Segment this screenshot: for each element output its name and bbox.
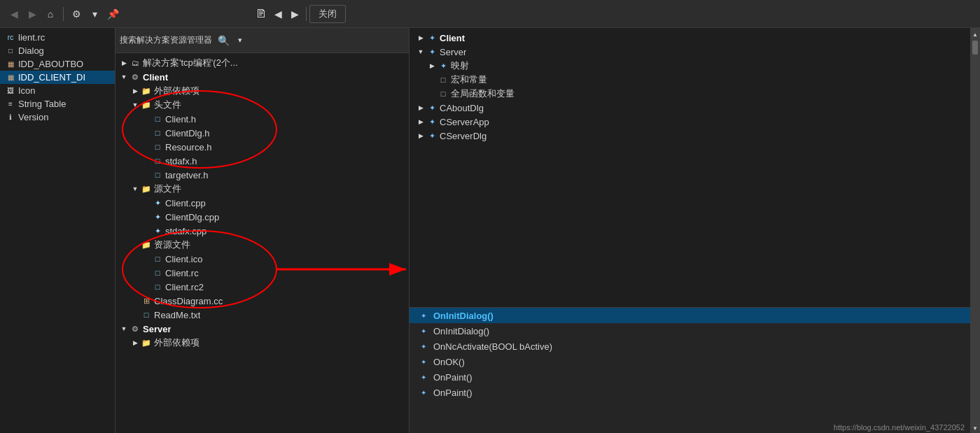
sidebar-item-idd-client[interactable]: ▦ IDD_CLIENT_DI <box>0 71 115 84</box>
tree-server-ext-deps[interactable]: ▶ 📁 外部依赖项 <box>115 336 409 350</box>
res-icon1: ▦ <box>6 59 15 69</box>
cv-mapping[interactable]: ▶ ✦ 映射 <box>410 59 970 73</box>
expand-headers[interactable]: ▼ <box>130 99 141 111</box>
tree-stdafx-h[interactable]: ▶ □ stdafx.h <box>115 154 409 168</box>
expand-server[interactable]: ▼ <box>118 323 130 334</box>
ac-icon-1: ✦ <box>418 325 429 336</box>
autocomplete-item-5[interactable]: ✦ OnPaint() <box>410 385 970 400</box>
sidebar-item-dialog[interactable]: □ Dialog <box>0 44 115 57</box>
close-button[interactable]: 关闭 <box>309 5 346 23</box>
tree-server-project[interactable]: ▼ ⚙ Server <box>115 322 409 336</box>
expand-res[interactable] <box>130 239 141 250</box>
settings2-btn[interactable]: ▾ <box>86 6 103 22</box>
tree-readme[interactable]: ▶ □ ReadMe.txt <box>115 308 409 322</box>
solution-icon: 🗂 <box>130 57 141 69</box>
cv-client[interactable]: ▶ ✦ Client <box>410 31 970 45</box>
server-ext-label: 外部依赖项 <box>154 336 200 349</box>
search-bar-label: 搜索解决方案资源管理器 <box>120 34 212 46</box>
url-label: https://blog.csdn.net/weixin_43722052 <box>834 423 965 432</box>
back-btn[interactable]: ◀ <box>6 6 22 22</box>
autocomplete-item-0[interactable]: ✦ OnInitDialog() <box>410 308 970 323</box>
rc-icon: rc <box>6 33 15 43</box>
nav-icon-file[interactable]: 🖹 <box>253 6 270 22</box>
sidebar-item-rc[interactable]: rc lient.rc <box>0 31 115 44</box>
cv-cserverdlg-icon: ✦ <box>426 130 438 141</box>
sidebar-item-icon[interactable]: 🖼 Icon <box>0 84 115 97</box>
ac-text-2: OnNcActivate(BOOL bActive) <box>433 341 552 352</box>
autocomplete-item-3[interactable]: ✦ OnOK() <box>410 354 970 369</box>
sidebar-item-version[interactable]: ℹ Version <box>0 111 115 124</box>
tree-targetver-h[interactable]: ▶ □ targetver.h <box>115 168 409 182</box>
cv-client-label: Client <box>440 33 465 43</box>
expand-ext-deps[interactable]: ▶ <box>130 85 141 97</box>
server-ext-icon: 📁 <box>141 337 152 348</box>
autocomplete-item-1[interactable]: ✦ OnInitDialog() <box>410 323 970 339</box>
tree-client-h[interactable]: ▶ □ Client.h <box>115 112 409 126</box>
tree-client-rc[interactable]: ▶ □ Client.rc <box>115 266 409 280</box>
nav-icon-fwd2[interactable]: ▶ <box>286 6 303 22</box>
tree-clientdlg-h[interactable]: ▶ □ ClientDlg.h <box>115 126 409 140</box>
scroll-thumb[interactable] <box>972 41 978 55</box>
sidebar-item-idd-about[interactable]: ▦ IDD_ABOUTBO <box>0 57 115 71</box>
icon-icon: 🖼 <box>6 86 15 96</box>
cv-cserverdlg[interactable]: ▶ ✦ CServerDlg <box>410 129 970 143</box>
tree-stdafx-cpp[interactable]: ▶ ✦ stdafx.cpp <box>115 224 409 238</box>
tree-classdiagram[interactable]: ▶ ⊞ ClassDiagram.cc <box>115 294 409 308</box>
cv-server[interactable]: ▼ ✦ Server <box>410 45 970 59</box>
tree-resource-h[interactable]: ▶ □ Resource.h <box>115 140 409 154</box>
ac-icon-3: ✦ <box>418 356 429 367</box>
search-options-btn[interactable]: ▾ <box>235 34 245 46</box>
header-folder-label: 头文件 <box>154 99 181 111</box>
forward-btn[interactable]: ▶ <box>24 6 41 22</box>
tree-header-folder[interactable]: ▼ 📁 头文件 <box>115 98 409 112</box>
clientdlg-h-label: ClientDlg.h <box>165 128 210 139</box>
header-folder-icon: 📁 <box>141 99 152 111</box>
expand-solution[interactable]: ▶ <box>118 57 130 69</box>
tree-client-ico[interactable]: ▶ □ Client.ico <box>115 252 409 266</box>
cv-globals-label: 全局函数和变量 <box>451 87 514 100</box>
cv-globals-icon: □ <box>438 88 449 99</box>
autocomplete-panel: ✦ OnInitDialog() ✦ OnInitDialog() ✦ OnNc… <box>410 307 970 433</box>
autocomplete-item-2[interactable]: ✦ OnNcActivate(BOOL bActive) <box>410 339 970 354</box>
cv-caboutdlg[interactable]: ▶ ✦ CAboutDlg <box>410 101 970 115</box>
tree-solution-root[interactable]: ▶ 🗂 解决方案'tcp编程'(2个... <box>115 56 409 70</box>
cv-cserverapp[interactable]: ▶ ✦ CServerApp <box>410 115 970 129</box>
tree-client-cpp[interactable]: ▶ ✦ Client.cpp <box>115 196 409 210</box>
cv-macros[interactable]: □ 宏和常量 <box>410 73 970 87</box>
tree-res-folder[interactable]: 📁 资源文件 <box>115 238 409 252</box>
stdafx-cpp-icon: ✦ <box>152 225 163 236</box>
scroll-down-btn[interactable]: ▼ <box>970 423 980 433</box>
scrollbar-right[interactable]: ▲ ▼ <box>970 28 980 433</box>
pin-btn[interactable]: 📌 <box>104 6 121 22</box>
tree-client-rc2[interactable]: ▶ □ Client.rc2 <box>115 280 409 294</box>
solution-explorer: ▶ 🗂 解决方案'tcp编程'(2个... ▼ ⚙ Client ▶ 📁 外部依… <box>115 53 409 433</box>
tree-source-folder[interactable]: ▼ 📁 源文件 <box>115 182 409 196</box>
tree-client-project[interactable]: ▼ ⚙ Client <box>115 70 409 84</box>
expand-sources[interactable]: ▼ <box>130 183 141 194</box>
scroll-up-btn[interactable]: ▲ <box>970 29 980 39</box>
expand-server-ext[interactable]: ▶ <box>130 337 141 348</box>
resource-h-label: Resource.h <box>165 142 211 152</box>
nav-icon-back2[interactable]: ◀ <box>270 6 286 22</box>
tree-clientdlg-cpp[interactable]: ▶ ✦ ClientDlg.cpp <box>115 210 409 224</box>
targetver-h-label: targetver.h <box>165 170 208 180</box>
search-icon-btn[interactable]: 🔍 <box>215 34 232 48</box>
settings-btn[interactable]: ⚙ <box>68 6 85 22</box>
ac-text-1: OnInitDialog() <box>433 326 489 336</box>
cv-server-label: Server <box>440 47 466 57</box>
cv-globals[interactable]: □ 全局函数和变量 <box>410 87 970 101</box>
stdafx-cpp-label: stdafx.cpp <box>165 226 206 236</box>
cv-caboutdlg-icon: ✦ <box>426 102 438 113</box>
version-icon: ℹ <box>6 113 15 122</box>
classdiagram-icon: ⊞ <box>141 295 152 306</box>
client-rc2-label: Client.rc2 <box>165 282 204 292</box>
expand-client[interactable]: ▼ <box>118 71 130 83</box>
sidebar-item-string-table[interactable]: ≡ String Table <box>0 97 115 111</box>
toolbar: ◀ ▶ ⌂ ⚙ ▾ 📌 🖹 ◀ ▶ 关闭 <box>0 0 980 28</box>
source-folder-icon: 📁 <box>141 183 152 194</box>
clientdlg-cpp-icon: ✦ <box>152 211 163 222</box>
autocomplete-item-4[interactable]: ✦ OnPaint() <box>410 369 970 385</box>
home-btn[interactable]: ⌂ <box>42 6 59 22</box>
tree-external-deps[interactable]: ▶ 📁 外部依赖项 <box>115 84 409 98</box>
server-label: Server <box>143 324 171 334</box>
